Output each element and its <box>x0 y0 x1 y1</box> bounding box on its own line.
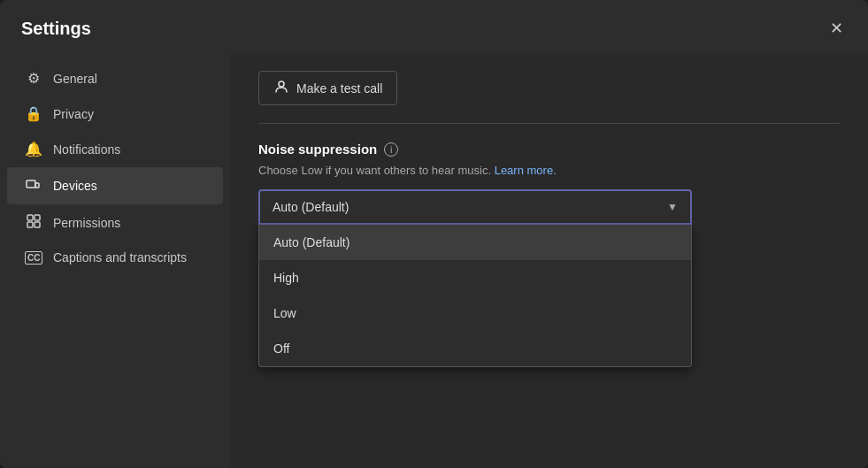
divider <box>258 123 840 124</box>
noise-suppression-header: Noise suppression i <box>258 142 840 157</box>
sidebar-item-privacy[interactable]: 🔒 Privacy <box>7 96 223 131</box>
gear-icon: ⚙ <box>25 70 42 87</box>
info-icon[interactable]: i <box>384 142 398 157</box>
sidebar-item-label: Notifications <box>53 142 120 157</box>
devices-icon <box>25 176 42 196</box>
svg-rect-0 <box>27 180 35 188</box>
svg-rect-2 <box>35 215 40 220</box>
test-call-button[interactable]: Make a test call <box>258 71 397 105</box>
svg-rect-3 <box>27 222 33 227</box>
dropdown-option-off[interactable]: Off <box>259 331 691 366</box>
svg-rect-1 <box>27 215 33 220</box>
sidebar-item-devices[interactable]: Devices <box>7 167 223 204</box>
cc-icon: CC <box>25 251 42 265</box>
sidebar-item-label: Permissions <box>53 216 120 230</box>
dropdown-value: Auto (Default) <box>273 200 349 214</box>
sidebar-item-notifications[interactable]: 🔔 Notifications <box>7 132 223 166</box>
sidebar-item-permissions[interactable]: Permissions <box>7 205 223 241</box>
sidebar-item-label: Privacy <box>53 107 94 121</box>
lock-icon: 🔒 <box>25 105 42 122</box>
dropdown-option-high[interactable]: High <box>259 260 691 295</box>
content-area: ⚙ General 🔒 Privacy 🔔 Notifications <box>0 53 868 468</box>
noise-suppression-title: Noise suppression <box>258 142 377 157</box>
noise-suppression-dropdown[interactable]: Auto (Default) ▼ Auto (Default) High Low… <box>258 189 692 225</box>
learn-more-link[interactable]: Learn more. <box>495 164 557 177</box>
sidebar-item-label: Captions and transcripts <box>53 250 187 265</box>
test-call-icon <box>273 79 289 97</box>
sidebar-item-captions[interactable]: CC Captions and transcripts <box>7 242 223 273</box>
chevron-down-icon: ▼ <box>667 201 678 213</box>
title-bar: Settings ✕ <box>0 0 868 53</box>
svg-point-5 <box>279 81 284 87</box>
sidebar: ⚙ General 🔒 Privacy 🔔 Notifications <box>0 53 230 468</box>
dropdown-list: Auto (Default) High Low Off <box>258 225 692 367</box>
sidebar-item-general[interactable]: ⚙ General <box>7 61 223 96</box>
sidebar-item-label: General <box>53 72 97 86</box>
svg-rect-4 <box>35 222 40 227</box>
sidebar-item-label: Devices <box>53 179 97 193</box>
dropdown-selected[interactable]: Auto (Default) ▼ <box>258 189 692 225</box>
close-button[interactable]: ✕ <box>822 14 850 42</box>
settings-window: Settings ✕ ⚙ General 🔒 Privacy 🔔 Notific… <box>0 0 868 468</box>
window-title: Settings <box>21 19 91 39</box>
noise-description: Choose Low if you want others to hear mu… <box>258 164 840 177</box>
main-content: Make a test call Noise suppression i Cho… <box>230 53 868 468</box>
dropdown-option-auto[interactable]: Auto (Default) <box>259 225 691 260</box>
dropdown-option-low[interactable]: Low <box>259 295 691 331</box>
grid-icon <box>25 214 42 232</box>
bell-icon: 🔔 <box>25 141 42 157</box>
test-call-label: Make a test call <box>296 81 382 96</box>
